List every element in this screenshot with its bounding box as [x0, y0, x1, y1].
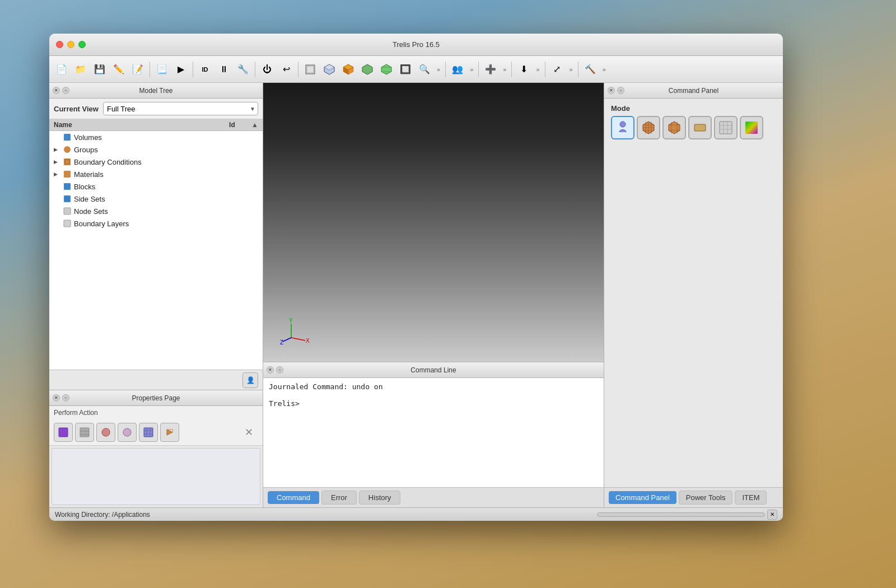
toolbar-id-btn[interactable]: ID	[196, 60, 214, 78]
toolbar-view-right[interactable]	[358, 60, 376, 78]
tree-item-node-sets[interactable]: Node Sets	[49, 205, 263, 217]
toolbar-search-btn[interactable]: 🔍	[416, 60, 433, 78]
right-bottom-tabs: Command Panel Power Tools ITEM	[604, 487, 783, 507]
status-close-btn[interactable]: ✕	[767, 510, 777, 520]
model-tree-close-btn[interactable]: ✕	[53, 87, 60, 94]
action-btn-cancel[interactable]: ✕	[239, 423, 258, 442]
axis-indicator: Y X Z	[280, 318, 314, 348]
tree-item-volumes[interactable]: Volumes	[49, 131, 263, 143]
command-line-header: ✕ ○ Command Line	[263, 362, 604, 378]
tree-item-blocks[interactable]: Blocks	[49, 180, 263, 193]
toolbar-play-btn[interactable]: ▶	[172, 60, 190, 78]
title-bar: Trelis Pro 16.5	[49, 34, 783, 56]
tree-item-groups[interactable]: ▶ Groups	[49, 143, 263, 156]
toolbar-arrow-down-btn[interactable]: ⬇	[515, 60, 533, 78]
toolbar-view-iso[interactable]	[320, 60, 338, 78]
toolbar-more-3[interactable]: »	[501, 66, 508, 73]
action-btn-6[interactable]	[160, 423, 179, 442]
mode-btn-bc-panel[interactable]	[714, 116, 738, 139]
mode-btn-mesh-grid[interactable]	[662, 116, 686, 139]
toolbar-tools2-btn[interactable]: 🔨	[581, 60, 599, 78]
command-float-btn[interactable]: ○	[276, 366, 283, 374]
bc-icon	[63, 157, 72, 166]
svg-rect-63	[745, 122, 758, 134]
toolbar-more-4[interactable]: »	[534, 66, 542, 73]
action-btn-5[interactable]	[139, 423, 158, 442]
current-view-select[interactable]: Full Tree ▼	[103, 102, 258, 115]
toolbar-new-btn[interactable]: 📄	[53, 60, 71, 78]
toolbar-more-5[interactable]: »	[567, 66, 575, 73]
model-tree-header: ✕ ○ Model Tree	[49, 83, 263, 99]
toolbar-resize-btn[interactable]: ⤢	[548, 60, 566, 78]
mode-buttons	[604, 116, 783, 145]
cmd-tab-error[interactable]: Error	[321, 491, 357, 505]
properties-close-btn[interactable]: ✕	[53, 394, 60, 402]
separator-6	[478, 62, 479, 77]
separator-3	[255, 62, 255, 77]
tree-item-boundary-conditions[interactable]: ▶ Boundary Conditions	[49, 156, 263, 168]
svg-rect-16	[64, 183, 71, 190]
toolbar-plus-btn[interactable]: ➕	[482, 60, 500, 78]
toolbar-save-btn[interactable]: 💾	[91, 60, 109, 78]
command-line-title: Command Line	[410, 366, 456, 374]
maximize-button[interactable]	[78, 41, 86, 48]
right-tab-command-panel[interactable]: Command Panel	[609, 491, 676, 504]
blocks-label: Blocks	[74, 183, 95, 191]
mode-btn-analysis[interactable]	[688, 116, 712, 139]
right-tab-item[interactable]: ITEM	[735, 491, 767, 505]
tree-scroll[interactable]: Volumes ▶ Groups ▶	[49, 131, 263, 370]
viewport[interactable]: Y X Z	[263, 83, 604, 362]
toolbar-more-1[interactable]: »	[435, 66, 442, 73]
cmd-tab-command[interactable]: Command	[268, 491, 319, 504]
toolbar-new2-btn[interactable]: 📃	[153, 60, 171, 78]
tree-action-btn[interactable]: 👤	[242, 372, 258, 388]
right-close-btn[interactable]: ✕	[608, 87, 615, 94]
svg-rect-33	[144, 428, 153, 437]
command-output[interactable]: Journaled Command: undo on Trelis>	[263, 378, 604, 487]
command-close-btns: ✕ ○	[267, 366, 283, 374]
toolbar-more-6[interactable]: »	[600, 66, 608, 73]
toolbar-mesh-btn[interactable]	[377, 60, 395, 78]
model-tree-float-btn[interactable]: ○	[62, 87, 69, 94]
right-tab-power-tools[interactable]: Power Tools	[679, 491, 733, 505]
mode-btn-geometry[interactable]	[611, 116, 634, 139]
svg-point-12	[64, 146, 71, 153]
toolbar-more-2[interactable]: »	[468, 66, 475, 73]
toolbar-mesh2-btn[interactable]: 🔲	[396, 60, 414, 78]
separator-5	[445, 62, 446, 77]
traffic-lights	[56, 41, 86, 48]
materials-icon	[63, 170, 72, 179]
svg-point-32	[123, 428, 131, 436]
mode-btn-display[interactable]	[740, 116, 763, 139]
tree-item-side-sets[interactable]: Side Sets	[49, 193, 263, 205]
cmd-tab-history[interactable]: History	[359, 491, 400, 505]
toolbar-edit2-btn[interactable]: 📝	[129, 60, 147, 78]
minimize-button[interactable]	[67, 41, 74, 48]
groups-arrow: ▶	[54, 147, 60, 152]
svg-text:Y: Y	[289, 318, 293, 324]
toolbar-open-btn[interactable]: 📁	[72, 60, 90, 78]
command-close-btn[interactable]: ✕	[267, 366, 274, 374]
tree-item-materials[interactable]: ▶ Materials	[49, 168, 263, 180]
tree-item-boundary-layers[interactable]: Boundary Layers	[49, 217, 263, 230]
toolbar-view-top[interactable]	[339, 60, 357, 78]
toolbar-tools-btn[interactable]: 🔧	[234, 60, 252, 78]
mode-btn-mesh-cube[interactable]	[637, 116, 660, 139]
properties-float-btn[interactable]: ○	[62, 394, 69, 402]
action-btn-2[interactable]	[75, 423, 94, 442]
close-button[interactable]	[56, 41, 63, 48]
toolbar-undo-btn[interactable]: ↩	[277, 60, 295, 78]
action-btn-1[interactable]	[54, 423, 73, 442]
properties-title: Properties Page	[132, 394, 180, 402]
action-btn-3[interactable]	[96, 423, 115, 442]
toolbar-users-btn[interactable]: 👥	[449, 60, 466, 78]
current-view-value: Full Tree	[107, 105, 136, 113]
toolbar-edit-btn[interactable]: ✏️	[110, 60, 128, 78]
toolbar-power-btn[interactable]: ⏻	[258, 60, 276, 78]
toolbar-pause-btn[interactable]: ⏸	[215, 60, 233, 78]
action-btn-4[interactable]	[118, 423, 137, 442]
right-float-btn[interactable]: ○	[617, 87, 624, 94]
toolbar-view-front[interactable]	[301, 60, 319, 78]
working-dir: Working Directory: /Applications	[55, 511, 150, 519]
tree-sort-arrow[interactable]: ▲	[251, 121, 258, 129]
